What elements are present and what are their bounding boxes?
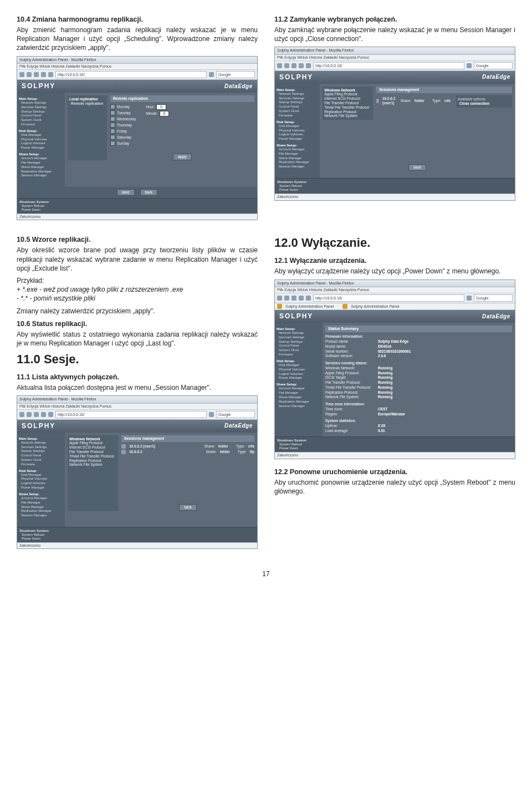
day-row[interactable]: Tuesday	[110, 110, 136, 115]
service-item[interactable]: Network File System	[69, 462, 116, 467]
sidebar-item[interactable]: System Clock	[21, 118, 63, 123]
sidebar-item[interactable]: Share Manager	[279, 395, 321, 400]
sidebar-item[interactable]: Share Manager	[21, 165, 63, 170]
back-icon[interactable]	[277, 63, 282, 68]
go-icon[interactable]	[467, 296, 472, 301]
sidebar-item[interactable]: Services Settings	[279, 336, 321, 340]
browser-tab[interactable]: Solphy Administration Panel	[285, 304, 334, 309]
sidebar-item[interactable]: Replication Manager	[21, 170, 63, 174]
sidebar-item[interactable]: Replication Manager	[21, 509, 63, 514]
sidebar-item[interactable]: Services Settings	[21, 105, 63, 110]
checkbox-icon[interactable]	[110, 123, 115, 128]
sidebar-item[interactable]: Firmware	[21, 462, 63, 467]
back-icon[interactable]	[19, 72, 24, 77]
sidebar-item[interactable]: Physical Volumes	[279, 368, 321, 372]
checkbox-icon[interactable]	[110, 129, 115, 134]
forward-icon[interactable]	[284, 296, 289, 301]
close-connection-option[interactable]: Close connection	[459, 101, 510, 106]
session-row[interactable]: 10.0.0.2 (user1) Share: folder Type: cif…	[121, 444, 254, 449]
footer-item[interactable]: Power Down	[22, 208, 255, 212]
service-item[interactable]: Trivial File Transfer Protocol	[69, 454, 116, 459]
home-icon[interactable]	[306, 296, 311, 301]
sidebar-item[interactable]: Firmware	[279, 353, 321, 357]
minute-select[interactable]: 0	[160, 111, 170, 116]
sidebar-item[interactable]: Network Settings	[21, 441, 63, 445]
sidebar-item[interactable]: Disk Manager	[21, 473, 63, 477]
sidebar-item[interactable]: Session Manager	[279, 404, 321, 409]
stop-icon[interactable]	[299, 63, 304, 68]
service-item[interactable]: Network File System	[324, 114, 371, 118]
service-title[interactable]: Windows Network	[324, 88, 371, 93]
browser-tab[interactable]: Solphy Administration Panel	[351, 304, 399, 309]
sidebar-item[interactable]: Disk Manager	[279, 124, 318, 129]
session-row[interactable]: 10.0.0.2 Share: folder Type: ftp	[121, 450, 254, 454]
sidebar-item[interactable]: Physical Volumes	[279, 129, 318, 133]
sidebar-item[interactable]: System Clock	[21, 458, 63, 462]
sidebar-item[interactable]: Account Manager	[279, 387, 321, 391]
sidebar-item[interactable]: Control Panel	[279, 105, 318, 109]
sidebar-item[interactable]: Logical Volumes	[279, 372, 321, 377]
sidebar-item[interactable]: Startup Settings	[279, 100, 318, 105]
footer-item[interactable]: System Reboot	[22, 204, 255, 208]
service-item[interactable]: Apple Filing Protocol	[69, 441, 116, 445]
sidebar-item[interactable]: Physical Volumes	[21, 138, 63, 142]
sidebar-item[interactable]: Network Settings	[279, 331, 321, 336]
checkbox-icon[interactable]	[110, 104, 115, 109]
checkbox-icon[interactable]	[110, 116, 115, 121]
service-item[interactable]: File Transfer Protocol	[69, 450, 116, 454]
home-icon[interactable]	[48, 72, 53, 77]
footer-item[interactable]: Power Down	[22, 537, 255, 541]
stop-icon[interactable]	[299, 296, 304, 301]
service-item[interactable]: Replication Protocol	[69, 459, 116, 463]
sidebar-item[interactable]: Disk Manager	[279, 363, 321, 368]
service-item[interactable]: Trivial File Transfer Protocol	[324, 105, 371, 110]
apply-button[interactable]: apply	[173, 154, 192, 160]
back-icon[interactable]	[19, 412, 24, 417]
session-row[interactable]: 10.0.0.2 (user1) Share: folder Type: cif…	[376, 96, 451, 105]
search-input[interactable]: Google	[474, 62, 513, 69]
save-button[interactable]: save	[117, 189, 135, 196]
sidebar-item[interactable]: Services Settings	[21, 445, 63, 450]
sidebar-item[interactable]: Account Manager	[21, 496, 63, 501]
forward-icon[interactable]	[284, 63, 289, 68]
sidebar-item[interactable]: Account Manager	[279, 148, 318, 152]
footer-item[interactable]: System Reboot	[279, 184, 513, 188]
sidebar-item[interactable]: Network Settings	[21, 101, 63, 105]
checkbox-icon[interactable]	[110, 141, 115, 146]
sidebar-item[interactable]: Control Panel	[279, 344, 321, 348]
go-icon[interactable]	[467, 63, 472, 68]
sidebar-item[interactable]: Power Manager	[21, 486, 63, 490]
sidebar-item[interactable]: Power Manager	[279, 137, 318, 141]
reload-icon[interactable]	[291, 63, 296, 68]
go-icon[interactable]	[209, 412, 214, 417]
reload-icon[interactable]	[34, 72, 39, 77]
reload-icon[interactable]	[291, 296, 296, 301]
sidebar-item[interactable]: Firmware	[21, 123, 63, 127]
sidebar-item[interactable]: Session Manager	[21, 514, 63, 518]
url-input[interactable]: http://10.0.0.10/	[55, 71, 207, 78]
search-input[interactable]: Google	[216, 411, 255, 418]
service-item[interactable]: Replication Protocol	[324, 110, 371, 114]
search-input[interactable]: Google	[474, 294, 513, 302]
service-item[interactable]: File Transfer Protocol	[324, 101, 371, 105]
checkbox-icon[interactable]	[110, 135, 115, 140]
sidebar-item[interactable]: Power Manager	[21, 146, 63, 150]
back-button[interactable]: back	[140, 189, 158, 196]
day-row[interactable]: Monday	[110, 104, 136, 109]
go-icon[interactable]	[209, 72, 214, 77]
service-item[interactable]: Internet SCSI Protocol	[69, 445, 116, 450]
sidebar-item[interactable]: File Manager	[21, 161, 63, 165]
sidebar-item[interactable]: Logical Volumes	[21, 141, 63, 146]
forward-icon[interactable]	[27, 72, 32, 77]
back-icon[interactable]	[277, 296, 282, 301]
footer-item[interactable]: Power Down	[279, 446, 513, 450]
sidebar-item[interactable]: Account Manager	[21, 156, 63, 161]
subpanel-item[interactable]: Remote replication	[71, 101, 105, 106]
sidebar-item[interactable]: Startup Settings	[279, 340, 321, 344]
reload-icon[interactable]	[34, 412, 39, 417]
sidebar-item[interactable]: Session Manager	[21, 174, 63, 178]
sidebar-item[interactable]: Logical Volumes	[21, 481, 63, 486]
sidebar-item[interactable]: Physical Volumes	[21, 477, 63, 481]
url-input[interactable]: http://10.0.0.10/	[55, 411, 207, 418]
footer-item[interactable]: System Reboot	[22, 533, 255, 537]
